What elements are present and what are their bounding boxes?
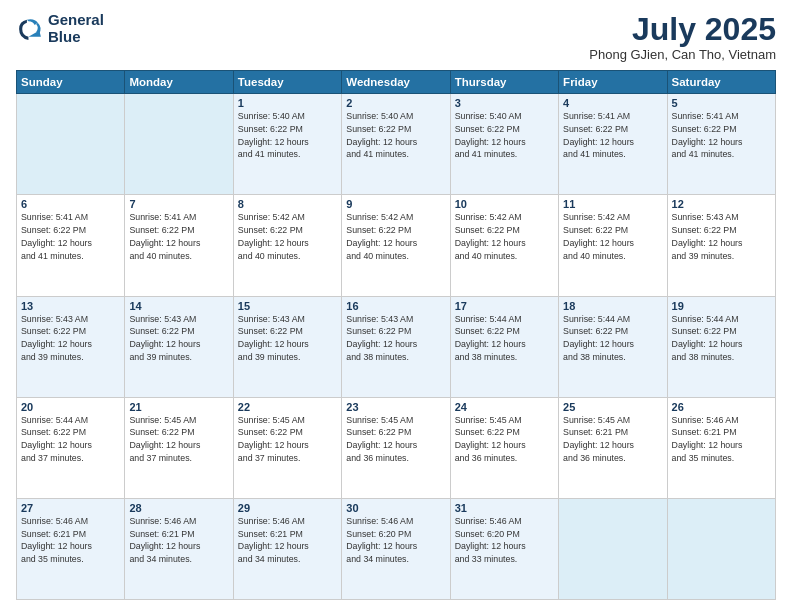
calendar-cell: 21Sunrise: 5:45 AM Sunset: 6:22 PM Dayli… — [125, 397, 233, 498]
day-number: 11 — [563, 198, 662, 210]
calendar-cell: 9Sunrise: 5:42 AM Sunset: 6:22 PM Daylig… — [342, 195, 450, 296]
calendar-week-row: 1Sunrise: 5:40 AM Sunset: 6:22 PM Daylig… — [17, 94, 776, 195]
calendar-week-row: 6Sunrise: 5:41 AM Sunset: 6:22 PM Daylig… — [17, 195, 776, 296]
day-info: Sunrise: 5:46 AM Sunset: 6:20 PM Dayligh… — [455, 515, 554, 566]
calendar-cell: 15Sunrise: 5:43 AM Sunset: 6:22 PM Dayli… — [233, 296, 341, 397]
col-header-friday: Friday — [559, 71, 667, 94]
day-number: 29 — [238, 502, 337, 514]
calendar-cell: 31Sunrise: 5:46 AM Sunset: 6:20 PM Dayli… — [450, 498, 558, 599]
day-number: 25 — [563, 401, 662, 413]
calendar-cell: 20Sunrise: 5:44 AM Sunset: 6:22 PM Dayli… — [17, 397, 125, 498]
day-info: Sunrise: 5:41 AM Sunset: 6:22 PM Dayligh… — [21, 211, 120, 262]
calendar-cell: 7Sunrise: 5:41 AM Sunset: 6:22 PM Daylig… — [125, 195, 233, 296]
day-info: Sunrise: 5:41 AM Sunset: 6:22 PM Dayligh… — [129, 211, 228, 262]
day-number: 17 — [455, 300, 554, 312]
calendar-cell: 27Sunrise: 5:46 AM Sunset: 6:21 PM Dayli… — [17, 498, 125, 599]
day-number: 24 — [455, 401, 554, 413]
day-info: Sunrise: 5:45 AM Sunset: 6:22 PM Dayligh… — [129, 414, 228, 465]
calendar-cell: 29Sunrise: 5:46 AM Sunset: 6:21 PM Dayli… — [233, 498, 341, 599]
day-info: Sunrise: 5:46 AM Sunset: 6:20 PM Dayligh… — [346, 515, 445, 566]
calendar-cell: 14Sunrise: 5:43 AM Sunset: 6:22 PM Dayli… — [125, 296, 233, 397]
day-info: Sunrise: 5:46 AM Sunset: 6:21 PM Dayligh… — [21, 515, 120, 566]
day-info: Sunrise: 5:42 AM Sunset: 6:22 PM Dayligh… — [563, 211, 662, 262]
calendar-cell: 24Sunrise: 5:45 AM Sunset: 6:22 PM Dayli… — [450, 397, 558, 498]
day-info: Sunrise: 5:45 AM Sunset: 6:22 PM Dayligh… — [455, 414, 554, 465]
day-info: Sunrise: 5:40 AM Sunset: 6:22 PM Dayligh… — [455, 110, 554, 161]
day-info: Sunrise: 5:46 AM Sunset: 6:21 PM Dayligh… — [672, 414, 771, 465]
calendar-week-row: 20Sunrise: 5:44 AM Sunset: 6:22 PM Dayli… — [17, 397, 776, 498]
calendar-cell: 26Sunrise: 5:46 AM Sunset: 6:21 PM Dayli… — [667, 397, 775, 498]
col-header-saturday: Saturday — [667, 71, 775, 94]
calendar-week-row: 13Sunrise: 5:43 AM Sunset: 6:22 PM Dayli… — [17, 296, 776, 397]
calendar-cell: 8Sunrise: 5:42 AM Sunset: 6:22 PM Daylig… — [233, 195, 341, 296]
day-info: Sunrise: 5:41 AM Sunset: 6:22 PM Dayligh… — [563, 110, 662, 161]
calendar-cell — [17, 94, 125, 195]
day-number: 12 — [672, 198, 771, 210]
calendar-header-row: SundayMondayTuesdayWednesdayThursdayFrid… — [17, 71, 776, 94]
day-info: Sunrise: 5:44 AM Sunset: 6:22 PM Dayligh… — [672, 313, 771, 364]
location: Phong GJien, Can Tho, Vietnam — [589, 47, 776, 62]
day-number: 1 — [238, 97, 337, 109]
calendar-cell: 16Sunrise: 5:43 AM Sunset: 6:22 PM Dayli… — [342, 296, 450, 397]
day-number: 18 — [563, 300, 662, 312]
day-number: 16 — [346, 300, 445, 312]
calendar-cell: 28Sunrise: 5:46 AM Sunset: 6:21 PM Dayli… — [125, 498, 233, 599]
calendar-cell: 25Sunrise: 5:45 AM Sunset: 6:21 PM Dayli… — [559, 397, 667, 498]
calendar-cell: 5Sunrise: 5:41 AM Sunset: 6:22 PM Daylig… — [667, 94, 775, 195]
page: General Blue July 2025 Phong GJien, Can … — [0, 0, 792, 612]
calendar-cell: 19Sunrise: 5:44 AM Sunset: 6:22 PM Dayli… — [667, 296, 775, 397]
day-info: Sunrise: 5:46 AM Sunset: 6:21 PM Dayligh… — [238, 515, 337, 566]
day-number: 13 — [21, 300, 120, 312]
day-number: 19 — [672, 300, 771, 312]
calendar-cell: 17Sunrise: 5:44 AM Sunset: 6:22 PM Dayli… — [450, 296, 558, 397]
logo: General Blue — [16, 12, 104, 45]
calendar-cell: 30Sunrise: 5:46 AM Sunset: 6:20 PM Dayli… — [342, 498, 450, 599]
day-info: Sunrise: 5:45 AM Sunset: 6:22 PM Dayligh… — [238, 414, 337, 465]
day-number: 5 — [672, 97, 771, 109]
day-info: Sunrise: 5:42 AM Sunset: 6:22 PM Dayligh… — [346, 211, 445, 262]
day-number: 4 — [563, 97, 662, 109]
calendar-week-row: 27Sunrise: 5:46 AM Sunset: 6:21 PM Dayli… — [17, 498, 776, 599]
col-header-thursday: Thursday — [450, 71, 558, 94]
day-info: Sunrise: 5:44 AM Sunset: 6:22 PM Dayligh… — [563, 313, 662, 364]
calendar-cell: 22Sunrise: 5:45 AM Sunset: 6:22 PM Dayli… — [233, 397, 341, 498]
day-info: Sunrise: 5:43 AM Sunset: 6:22 PM Dayligh… — [238, 313, 337, 364]
day-info: Sunrise: 5:42 AM Sunset: 6:22 PM Dayligh… — [455, 211, 554, 262]
day-number: 27 — [21, 502, 120, 514]
calendar-cell: 1Sunrise: 5:40 AM Sunset: 6:22 PM Daylig… — [233, 94, 341, 195]
calendar-cell: 23Sunrise: 5:45 AM Sunset: 6:22 PM Dayli… — [342, 397, 450, 498]
day-number: 8 — [238, 198, 337, 210]
calendar-cell: 13Sunrise: 5:43 AM Sunset: 6:22 PM Dayli… — [17, 296, 125, 397]
day-info: Sunrise: 5:45 AM Sunset: 6:22 PM Dayligh… — [346, 414, 445, 465]
month-title: July 2025 — [589, 12, 776, 47]
title-block: July 2025 Phong GJien, Can Tho, Vietnam — [589, 12, 776, 62]
day-info: Sunrise: 5:43 AM Sunset: 6:22 PM Dayligh… — [346, 313, 445, 364]
day-number: 31 — [455, 502, 554, 514]
day-info: Sunrise: 5:45 AM Sunset: 6:21 PM Dayligh… — [563, 414, 662, 465]
day-info: Sunrise: 5:41 AM Sunset: 6:22 PM Dayligh… — [672, 110, 771, 161]
calendar-cell: 12Sunrise: 5:43 AM Sunset: 6:22 PM Dayli… — [667, 195, 775, 296]
day-number: 14 — [129, 300, 228, 312]
col-header-wednesday: Wednesday — [342, 71, 450, 94]
day-number: 15 — [238, 300, 337, 312]
day-number: 30 — [346, 502, 445, 514]
day-info: Sunrise: 5:44 AM Sunset: 6:22 PM Dayligh… — [455, 313, 554, 364]
day-info: Sunrise: 5:46 AM Sunset: 6:21 PM Dayligh… — [129, 515, 228, 566]
col-header-tuesday: Tuesday — [233, 71, 341, 94]
day-number: 20 — [21, 401, 120, 413]
calendar-cell: 18Sunrise: 5:44 AM Sunset: 6:22 PM Dayli… — [559, 296, 667, 397]
day-number: 26 — [672, 401, 771, 413]
calendar-cell — [667, 498, 775, 599]
day-info: Sunrise: 5:43 AM Sunset: 6:22 PM Dayligh… — [21, 313, 120, 364]
day-info: Sunrise: 5:43 AM Sunset: 6:22 PM Dayligh… — [129, 313, 228, 364]
day-number: 2 — [346, 97, 445, 109]
day-info: Sunrise: 5:42 AM Sunset: 6:22 PM Dayligh… — [238, 211, 337, 262]
day-info: Sunrise: 5:43 AM Sunset: 6:22 PM Dayligh… — [672, 211, 771, 262]
calendar-cell: 2Sunrise: 5:40 AM Sunset: 6:22 PM Daylig… — [342, 94, 450, 195]
col-header-sunday: Sunday — [17, 71, 125, 94]
day-number: 22 — [238, 401, 337, 413]
header: General Blue July 2025 Phong GJien, Can … — [16, 12, 776, 62]
calendar-table: SundayMondayTuesdayWednesdayThursdayFrid… — [16, 70, 776, 600]
day-number: 3 — [455, 97, 554, 109]
day-number: 7 — [129, 198, 228, 210]
